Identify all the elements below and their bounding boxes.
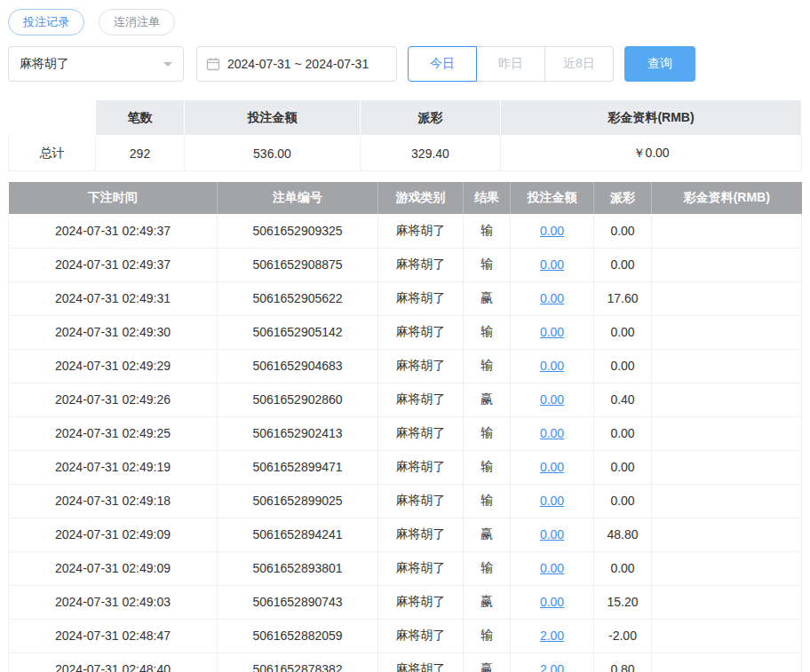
bonus-cell — [652, 214, 802, 248]
bonus-cell — [652, 416, 802, 450]
bonus-cell — [652, 652, 802, 672]
game-type-cell: 麻将胡了 — [378, 383, 464, 416]
game-type-cell: 麻将胡了 — [378, 214, 464, 248]
summary-total-label: 总计 — [9, 136, 96, 171]
date-range-value: 2024-07-31 ~ 2024-07-31 — [227, 57, 369, 71]
game-select-value: 麻将胡了 — [20, 56, 69, 72]
bet-amount-cell: 0.00 — [511, 383, 594, 416]
payout-cell: 0.00 — [594, 315, 652, 349]
bet-amount-link[interactable]: 0.00 — [540, 291, 564, 305]
payout-cell: 0.00 — [594, 349, 652, 383]
header-bonus: 彩金资料(RMB) — [652, 182, 802, 214]
bet-amount-link[interactable]: 0.00 — [540, 392, 564, 407]
payout-cell: 15.20 — [594, 585, 652, 619]
summary-header-bonus: 彩金资料(RMB) — [501, 100, 802, 136]
result-cell: 输 — [464, 551, 511, 585]
last-8-days-button[interactable]: 近8日 — [544, 46, 614, 82]
bet-amount-link[interactable]: 0.00 — [540, 257, 564, 272]
today-button[interactable]: 今日 — [408, 46, 477, 82]
bet-time-cell: 2024-07-31 02:48:40 — [9, 652, 218, 672]
bet-amount-link[interactable]: 0.00 — [540, 359, 564, 373]
bet-amount-link[interactable]: 0.00 — [540, 527, 564, 542]
summary-total-row: 总计 292 536.00 329.40 ￥0.00 — [9, 136, 802, 171]
order-number-cell: 5061652904683 — [218, 349, 378, 383]
tab-cancelled-orders[interactable]: 连消注单 — [99, 9, 175, 36]
payout-cell: 0.80 — [594, 652, 652, 672]
tab-bet-records[interactable]: 投注记录 — [8, 9, 84, 36]
bet-time-cell: 2024-07-31 02:49:09 — [9, 551, 218, 585]
bonus-cell — [652, 551, 802, 585]
bonus-cell — [652, 315, 802, 349]
bet-amount-link[interactable]: 0.00 — [540, 325, 564, 339]
order-number-cell: 5061652899025 — [218, 484, 378, 518]
order-number-cell: 5061652905622 — [218, 281, 378, 315]
table-row: 2024-07-31 02:49:305061652905142麻将胡了输0.0… — [9, 315, 802, 349]
bet-table: 下注时间 注单编号 游戏类别 结果 投注金额 派彩 彩金资料(RMB) 2024… — [8, 182, 802, 672]
payout-cell: 0.00 — [594, 551, 652, 585]
bonus-cell — [652, 484, 802, 518]
payout-cell: -2.00 — [594, 619, 652, 652]
header-order-number: 注单编号 — [218, 182, 378, 214]
order-number-cell: 5061652905142 — [218, 315, 378, 349]
header-payout: 派彩 — [594, 182, 652, 214]
result-cell: 输 — [464, 315, 511, 349]
bet-time-cell: 2024-07-31 02:49:19 — [9, 450, 218, 484]
bet-amount-link[interactable]: 0.00 — [540, 595, 564, 609]
header-bet-amount: 投注金额 — [511, 182, 594, 214]
bet-amount-link[interactable]: 0.00 — [540, 561, 564, 575]
order-number-cell: 5061652899471 — [218, 450, 378, 484]
table-row: 2024-07-31 02:49:295061652904683麻将胡了输0.0… — [9, 349, 802, 383]
bet-time-cell: 2024-07-31 02:49:18 — [9, 484, 218, 518]
bet-amount-cell: 0.00 — [511, 450, 594, 484]
search-button[interactable]: 查询 — [624, 46, 695, 82]
payout-cell: 0.00 — [594, 248, 652, 281]
bet-amount-link[interactable]: 0.00 — [540, 494, 564, 508]
bet-time-cell: 2024-07-31 02:49:37 — [9, 248, 218, 281]
bet-amount-link[interactable]: 2.00 — [540, 662, 564, 672]
result-cell: 输 — [464, 349, 511, 383]
bet-amount-link[interactable]: 0.00 — [540, 224, 564, 238]
bonus-cell — [652, 248, 802, 281]
game-select[interactable]: 麻将胡了 — [8, 46, 184, 82]
bet-amount-cell: 0.00 — [511, 315, 594, 349]
bet-time-cell: 2024-07-31 02:49:29 — [9, 349, 218, 383]
bet-amount-link[interactable]: 0.00 — [540, 426, 564, 440]
table-row: 2024-07-31 02:49:195061652899471麻将胡了输0.0… — [9, 450, 802, 484]
bonus-cell — [652, 349, 802, 383]
order-number-cell: 5061652890743 — [218, 585, 378, 619]
order-number-cell: 5061652878382 — [218, 652, 378, 672]
bet-amount-cell: 2.00 — [511, 652, 594, 672]
table-row: 2024-07-31 02:49:315061652905622麻将胡了赢0.0… — [9, 281, 802, 315]
table-row: 2024-07-31 02:48:405061652878382麻将胡了赢2.0… — [9, 652, 802, 672]
game-type-cell: 麻将胡了 — [378, 484, 464, 518]
bet-amount-cell: 0.00 — [511, 518, 594, 551]
result-cell: 输 — [464, 484, 511, 518]
order-number-cell: 5061652908875 — [218, 248, 378, 281]
date-range-picker[interactable]: 2024-07-31 ~ 2024-07-31 — [196, 46, 397, 82]
yesterday-button[interactable]: 昨日 — [476, 46, 545, 82]
summary-header-count: 笔数 — [96, 100, 185, 136]
result-cell: 输 — [464, 619, 511, 652]
bet-time-cell: 2024-07-31 02:49:30 — [9, 315, 218, 349]
filter-bar: 麻将胡了 2024-07-31 ~ 2024-07-31 今日 昨日 近8日 查… — [8, 46, 802, 82]
header-result: 结果 — [464, 182, 511, 214]
order-number-cell: 5061652902413 — [218, 416, 378, 450]
summary-total-count: 292 — [96, 136, 185, 171]
order-number-cell: 5061652893801 — [218, 551, 378, 585]
result-cell: 输 — [464, 214, 511, 248]
bonus-cell — [652, 281, 802, 315]
bet-amount-link[interactable]: 0.00 — [540, 460, 564, 474]
chevron-down-icon — [163, 62, 172, 71]
bonus-cell — [652, 450, 802, 484]
order-number-cell: 5061652909325 — [218, 214, 378, 248]
payout-cell: 48.80 — [594, 518, 652, 551]
payout-cell: 0.00 — [594, 416, 652, 450]
game-type-cell: 麻将胡了 — [378, 315, 464, 349]
bet-amount-link[interactable]: 2.00 — [540, 629, 564, 643]
bet-table-body: 2024-07-31 02:49:375061652909325麻将胡了输0.0… — [9, 214, 802, 672]
bet-amount-cell: 0.00 — [511, 349, 594, 383]
bet-amount-cell: 0.00 — [511, 416, 594, 450]
bet-amount-cell: 0.00 — [511, 214, 594, 248]
game-type-cell: 麻将胡了 — [378, 349, 464, 383]
summary-header-payout: 派彩 — [361, 100, 501, 136]
